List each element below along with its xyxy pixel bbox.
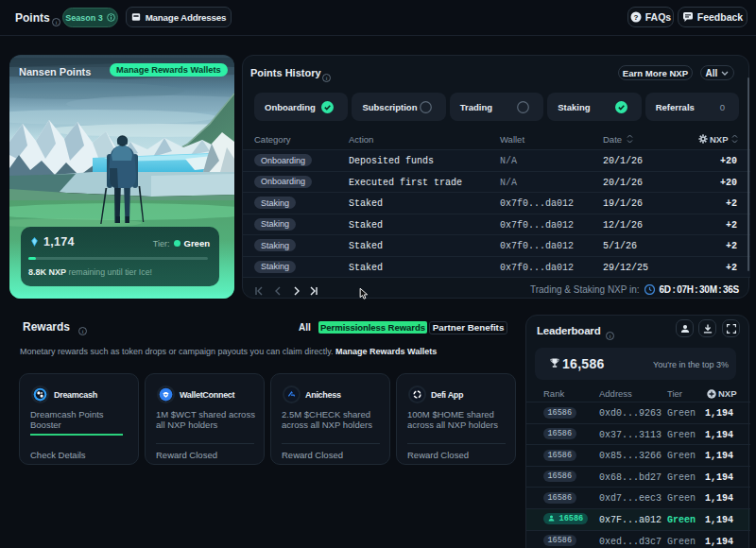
svg-text:?: ? (633, 13, 638, 22)
